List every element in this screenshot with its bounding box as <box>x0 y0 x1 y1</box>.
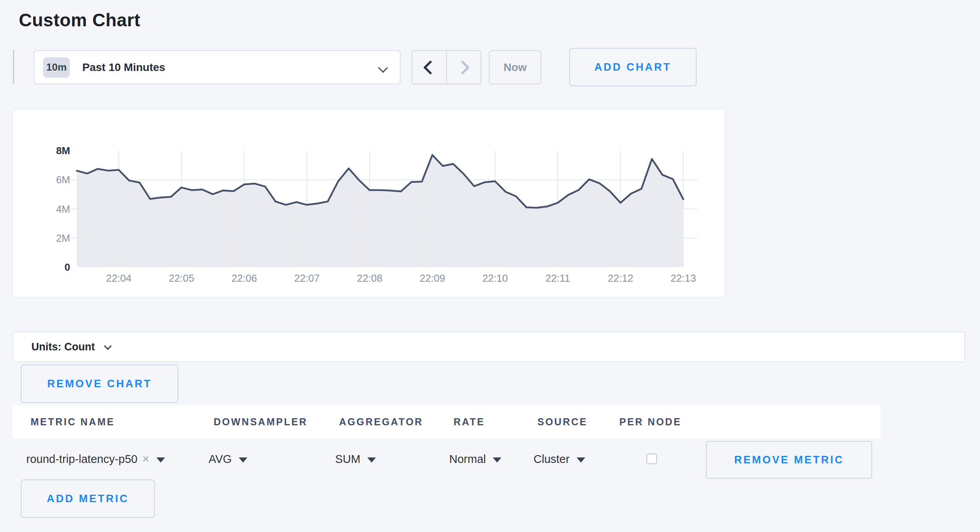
source-dropdown[interactable]: Cluster <box>534 439 585 479</box>
y-axis-tick: 4M <box>56 203 70 215</box>
column-header-per-node: PER NODE <box>619 405 682 439</box>
page-title: Custom Chart <box>19 9 140 31</box>
column-header-metric-name: METRIC NAME <box>31 405 115 439</box>
remove-chart-button[interactable]: REMOVE CHART <box>21 364 178 403</box>
caret-down-icon <box>367 457 376 463</box>
chart-area-fill <box>77 155 683 267</box>
rate-dropdown[interactable]: Normal <box>449 439 501 479</box>
table-row: round-trip-latency-p50 × AVG SUM Normal … <box>13 439 880 479</box>
downsampler-dropdown[interactable]: AVG <box>209 439 247 479</box>
aggregator-value: SUM <box>335 453 360 466</box>
x-axis-tick: 22:04 <box>106 272 131 284</box>
time-range-dropdown[interactable]: 10m Past 10 Minutes <box>34 50 401 84</box>
y-axis-tick: 6M <box>56 174 70 186</box>
chevron-down-icon <box>104 342 112 350</box>
remove-metric-button[interactable]: REMOVE METRIC <box>706 441 872 479</box>
x-axis-tick: 22:10 <box>482 272 508 284</box>
x-axis-tick: 22:08 <box>357 272 382 284</box>
source-value: Cluster <box>534 453 570 466</box>
now-button[interactable]: Now <box>489 50 541 84</box>
x-axis-tick: 22:05 <box>169 272 194 284</box>
time-pager <box>412 50 481 84</box>
column-header-downsampler: DOWNSAMPLER <box>214 405 308 439</box>
time-range-label: Past 10 Minutes <box>82 61 165 74</box>
x-axis-tick: 22:13 <box>670 272 696 284</box>
chevron-down-icon <box>378 63 388 73</box>
x-axis-tick: 22:11 <box>545 272 570 284</box>
units-dropdown[interactable]: Units: Count <box>13 332 965 362</box>
next-time-button[interactable] <box>447 51 481 84</box>
caret-down-icon <box>493 457 501 463</box>
chevron-left-icon <box>423 60 438 75</box>
column-header-source: SOURCE <box>537 405 588 439</box>
x-axis-tick: 22:06 <box>231 272 257 284</box>
metric-name-value: round-trip-latency-p50 <box>26 453 138 466</box>
caret-down-icon <box>577 457 585 463</box>
prev-time-button[interactable] <box>412 51 447 84</box>
add-metric-button[interactable]: ADD METRIC <box>21 479 155 518</box>
metrics-table-header: METRIC NAME DOWNSAMPLER AGGREGATOR RATE … <box>13 405 880 439</box>
aggregator-dropdown[interactable]: SUM <box>335 439 376 479</box>
x-axis-tick: 22:12 <box>608 272 633 284</box>
metric-area-chart: 8M6M4M2M022:0422:0522:0622:0722:0822:092… <box>13 110 725 297</box>
downsampler-value: AVG <box>209 453 232 466</box>
column-header-rate: RATE <box>454 405 485 439</box>
per-node-checkbox[interactable] <box>646 454 657 464</box>
column-header-aggregator: AGGREGATOR <box>339 405 423 439</box>
metric-name-dropdown[interactable]: round-trip-latency-p50 × <box>26 439 165 479</box>
y-axis-tick: 2M <box>56 232 70 244</box>
time-range-badge: 10m <box>43 57 70 78</box>
add-chart-button[interactable]: ADD CHART <box>569 48 697 86</box>
units-label: Units: Count <box>31 341 95 353</box>
chevron-right-icon <box>456 60 470 75</box>
y-axis-tick: 8M <box>56 145 70 157</box>
caret-down-icon <box>239 457 247 463</box>
chart-card: 8M6M4M2M022:0422:0522:0622:0722:0822:092… <box>13 109 725 297</box>
rate-value: Normal <box>449 453 486 466</box>
y-axis-tick: 0 <box>65 261 70 273</box>
x-axis-tick: 22:07 <box>294 272 319 284</box>
remove-tag-icon[interactable]: × <box>142 452 149 466</box>
caret-down-icon <box>156 457 165 463</box>
toolbar-accent-bar <box>13 50 14 84</box>
x-axis-tick: 22:09 <box>419 272 445 284</box>
